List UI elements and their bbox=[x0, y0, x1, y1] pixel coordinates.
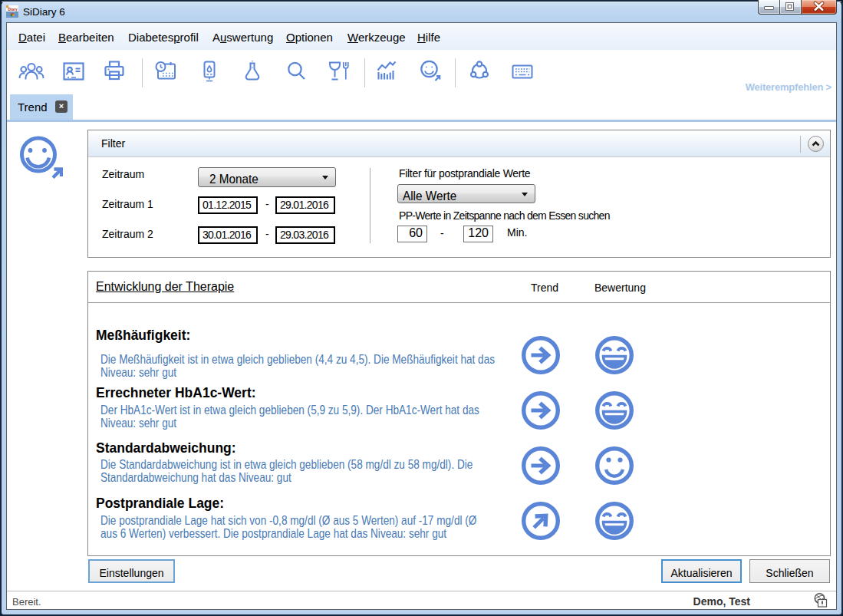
svg-text:Diary: Diary bbox=[8, 7, 18, 12]
